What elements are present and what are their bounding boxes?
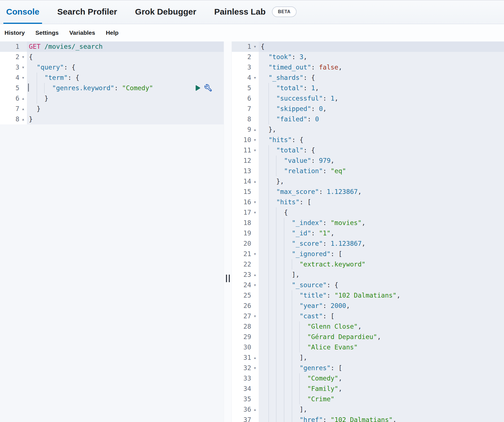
response-line-18[interactable]: 18 "_index": "movies",	[232, 218, 504, 228]
tab-painless-lab[interactable]: Painless Lab BETA	[211, 1, 299, 24]
response-line-25[interactable]: 25 "title": "102 Dalmatians",	[232, 290, 504, 301]
response-line-7[interactable]: 7 "skipped": 0,	[232, 104, 504, 114]
fold-close-icon[interactable]: ▴	[251, 270, 259, 280]
fold-open-icon[interactable]: ▾	[251, 41, 259, 52]
request-line-5[interactable]: 5 "genres.keyword": "Comedy"	[0, 83, 224, 93]
menu-help[interactable]: Help	[106, 29, 119, 36]
indent-guide	[284, 373, 284, 384]
response-line-3[interactable]: 3 "timed_out": false,	[232, 62, 504, 73]
response-editor[interactable]: 1▾{2 "took": 3,3 "timed_out": false,4▾ "…	[232, 41, 504, 422]
menu-history[interactable]: History	[4, 29, 25, 36]
token-bool: false	[319, 64, 338, 71]
code-line-content: }	[27, 104, 224, 114]
indent-guide	[269, 187, 269, 197]
fold-spacer	[251, 238, 259, 249]
token-pun: ,	[303, 53, 307, 61]
request-line-3[interactable]: 3▾ "query": {	[0, 62, 224, 73]
response-line-30[interactable]: 30 "Alice Evans"	[232, 342, 504, 353]
fold-open-icon[interactable]: ▾	[251, 197, 259, 207]
fold-open-icon[interactable]: ▾	[251, 145, 259, 156]
response-line-13[interactable]: 13 "relation": "eq"	[232, 166, 504, 176]
gutter: 27▾	[232, 311, 259, 321]
response-line-12[interactable]: 12 "value": 979,	[232, 156, 504, 166]
response-line-11[interactable]: 11▾ "total": {	[232, 145, 504, 156]
response-line-21[interactable]: 21▾ "_ignored": [	[232, 249, 504, 259]
tab-console[interactable]: Console	[3, 1, 42, 24]
response-line-20[interactable]: 20 "_score": 1.123867,	[232, 238, 504, 249]
token-key: "max_score"	[276, 188, 319, 195]
response-line-32[interactable]: 32▾ "genres": [	[232, 363, 504, 373]
fold-open-icon[interactable]: ▾	[19, 73, 27, 83]
request-line-2[interactable]: 2▾{	[0, 52, 224, 62]
response-line-31[interactable]: 31▴ ],	[232, 353, 504, 363]
fold-open-icon[interactable]: ▾	[19, 52, 27, 62]
token-key: "_id"	[292, 229, 311, 237]
response-line-14[interactable]: 14▴ },	[232, 176, 504, 187]
menu-variables[interactable]: Variables	[69, 29, 95, 36]
drag-handle[interactable]	[226, 275, 230, 282]
fold-open-icon[interactable]: ▾	[251, 280, 259, 290]
tab-search-profiler[interactable]: Search Profiler	[54, 1, 120, 24]
response-line-2[interactable]: 2 "took": 3,	[232, 52, 504, 62]
fold-open-icon[interactable]: ▾	[251, 207, 259, 218]
response-line-34[interactable]: 34 "Family",	[232, 384, 504, 394]
gutter: 24▾	[232, 280, 259, 290]
menu-settings[interactable]: Settings	[35, 29, 59, 36]
token-str: "Alice Evans"	[307, 344, 358, 351]
response-line-22[interactable]: 22 "extract.keyword"	[232, 259, 504, 270]
fold-open-icon[interactable]: ▾	[251, 311, 259, 321]
line-number: 2	[247, 52, 251, 62]
response-line-6[interactable]: 6 "successful": 1,	[232, 93, 504, 104]
response-line-4[interactable]: 4▾ "_shards": {	[232, 73, 504, 83]
response-line-24[interactable]: 24▾ "_source": {	[232, 280, 504, 290]
request-line-8[interactable]: 8▴}	[0, 114, 224, 124]
request-line-7[interactable]: 7▴ }	[0, 104, 224, 114]
request-line-4[interactable]: 4▾ "term": {	[0, 73, 224, 83]
request-line-1[interactable]: 1GET /movies/_search	[0, 41, 224, 52]
response-line-23[interactable]: 23▴ ],	[232, 270, 504, 280]
indent-guide	[269, 404, 269, 415]
request-options-button[interactable]	[204, 84, 213, 92]
fold-close-icon[interactable]: ▴	[251, 124, 259, 135]
fold-close-icon[interactable]: ▴	[251, 404, 259, 415]
send-request-button[interactable]	[193, 84, 202, 92]
line-number: 37	[243, 415, 251, 422]
fold-open-icon[interactable]: ▾	[251, 73, 259, 83]
fold-open-icon[interactable]: ▾	[251, 135, 259, 145]
response-line-28[interactable]: 28 "Glenn Close",	[232, 321, 504, 332]
response-line-17[interactable]: 17▾ {	[232, 207, 504, 218]
response-line-36[interactable]: 36▴ ],	[232, 404, 504, 415]
response-line-33[interactable]: 33 "Comedy",	[232, 373, 504, 384]
response-line-19[interactable]: 19 "_id": "1",	[232, 228, 504, 238]
response-line-10[interactable]: 10▾ "hits": {	[232, 135, 504, 145]
line-number: 25	[243, 290, 251, 301]
fold-close-icon[interactable]: ▴	[251, 353, 259, 363]
response-line-35[interactable]: 35 "Crime"	[232, 394, 504, 404]
response-line-1[interactable]: 1▾{	[232, 41, 504, 52]
response-line-26[interactable]: 26 "year": 2000,	[232, 301, 504, 311]
indent-guide	[284, 363, 284, 373]
response-line-27[interactable]: 27▾ "cast": [	[232, 311, 504, 321]
response-line-5[interactable]: 5 "total": 1,	[232, 83, 504, 93]
token-pun: {	[284, 209, 288, 216]
token-str: "Crime"	[307, 395, 334, 403]
request-editor[interactable]: 1GET /movies/_search2▾{3▾ "query": {4▾ "…	[0, 41, 224, 422]
fold-open-icon[interactable]: ▾	[251, 363, 259, 373]
fold-close-icon[interactable]: ▴	[251, 176, 259, 187]
response-line-16[interactable]: 16▾ "hits": [	[232, 197, 504, 207]
request-line-6[interactable]: 6▴ }	[0, 93, 224, 104]
response-line-37[interactable]: 37 "href": "102_Dalmatians",	[232, 415, 504, 422]
fold-close-icon[interactable]: ▴	[19, 93, 27, 104]
token-pun: : [	[299, 198, 311, 206]
fold-open-icon[interactable]: ▾	[251, 249, 259, 259]
response-line-9[interactable]: 9▴ },	[232, 124, 504, 135]
response-line-15[interactable]: 15 "max_score": 1.123867,	[232, 187, 504, 197]
indent-guide	[269, 259, 269, 270]
fold-close-icon[interactable]: ▴	[19, 104, 27, 114]
tab-grok-debugger[interactable]: Grok Debugger	[132, 1, 199, 24]
response-line-8[interactable]: 8 "failed": 0	[232, 114, 504, 124]
panel-splitter[interactable]	[224, 41, 232, 422]
fold-open-icon[interactable]: ▾	[19, 62, 27, 73]
response-line-29[interactable]: 29 "Gérard Depardieu",	[232, 332, 504, 342]
fold-close-icon[interactable]: ▴	[19, 114, 27, 124]
